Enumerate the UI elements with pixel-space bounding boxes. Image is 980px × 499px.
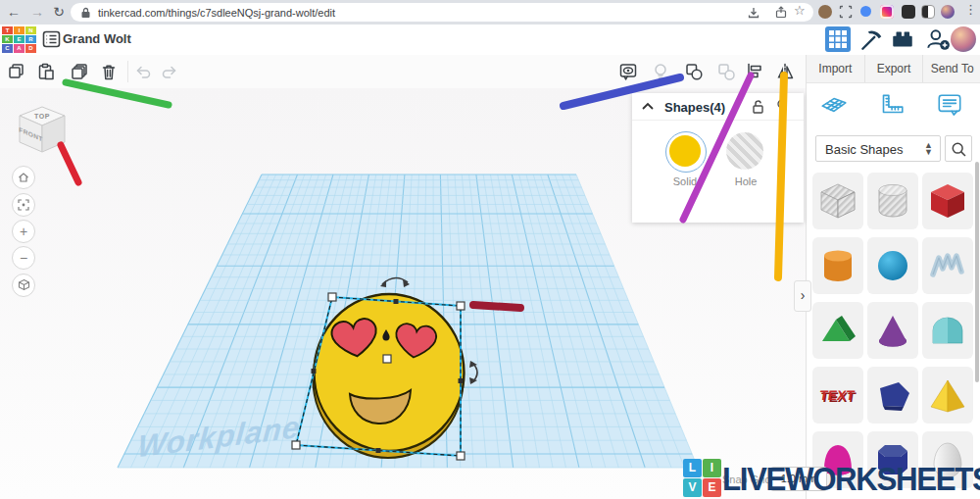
ruler-tool-button[interactable] (876, 92, 909, 125)
hole-swatch[interactable] (726, 132, 763, 170)
minecraft-pickaxe-icon[interactable] (858, 26, 884, 52)
extension-camera-icon[interactable] (880, 5, 894, 19)
shape-cylinder[interactable] (812, 237, 863, 294)
search-shapes-button[interactable] (945, 135, 972, 162)
save-page-icon[interactable] (747, 6, 760, 20)
copy-button[interactable] (7, 62, 26, 81)
sidebar-collapse-handle[interactable]: › (794, 280, 811, 312)
tinkercad-logo[interactable]: T I N K E R C A D (2, 26, 37, 53)
shape-box[interactable] (922, 173, 973, 229)
redo-button[interactable] (160, 62, 179, 81)
logo-tile: I (14, 26, 24, 34)
sidebar-scrollbar[interactable] (975, 162, 979, 382)
category-value: Basic Shapes (825, 142, 904, 157)
mid-handle-bottom[interactable] (376, 448, 381, 453)
logo-tile: C (2, 44, 13, 52)
mid-handle-right[interactable] (459, 378, 464, 383)
solid-swatch[interactable] (665, 131, 707, 173)
browser-menu-icon[interactable]: ⋮ (964, 2, 977, 17)
delete-button[interactable] (99, 62, 119, 81)
notes-tool-button[interactable] (935, 92, 968, 125)
browser-forward-icon[interactable]: → (27, 1, 47, 23)
shape-sphere[interactable] (867, 237, 918, 294)
extension-capture-icon[interactable] (839, 5, 853, 19)
shape-scribble[interactable] (922, 237, 973, 294)
flip-mirror-button[interactable] (775, 62, 795, 81)
svg-text:TEXT: TEXT (818, 388, 856, 404)
solid-swatch-color (669, 135, 701, 167)
inspector-header: Shapes(4) (632, 93, 804, 121)
browser-back-icon[interactable]: ← (4, 1, 24, 23)
ungroup-button[interactable] (716, 62, 736, 81)
export-button[interactable]: Export (865, 55, 924, 82)
zoom-out-button[interactable]: − (12, 246, 35, 270)
shape-text[interactable]: TEXTTEXT (812, 367, 863, 424)
home-view-button[interactable] (12, 166, 35, 189)
hide-bulb-icon[interactable] (776, 99, 788, 114)
logo-tile: E (14, 35, 24, 43)
light-bulb-button[interactable] (651, 62, 670, 81)
corner-handle-tr[interactable] (457, 302, 465, 310)
design-menu-icon[interactable] (42, 30, 61, 48)
group-button[interactable] (684, 62, 704, 81)
corner-handle-br[interactable] (457, 452, 465, 460)
import-button[interactable]: Import (807, 55, 865, 82)
show-all-button[interactable] (618, 62, 638, 81)
emoji-shape[interactable] (314, 294, 465, 458)
mid-handle-left[interactable] (312, 369, 317, 374)
corner-handle-tl[interactable] (328, 293, 336, 301)
zoom-in-button[interactable]: + (12, 220, 35, 243)
duplicate-button[interactable] (70, 62, 89, 81)
shape-pyramid[interactable] (922, 367, 973, 424)
tinkercad-app: ← → ↻ tinkercad.com/things/c7sdleeNQsj-g… (0, 0, 980, 499)
sidebar-actions: Import Export Send To (807, 55, 980, 83)
invite-person-icon[interactable] (925, 26, 951, 52)
workplane-tool-button[interactable] (819, 92, 853, 125)
inspector-title: Shapes(4) (664, 100, 725, 115)
collapse-panel-icon[interactable] (642, 102, 654, 110)
shape-box-hole[interactable] (812, 173, 863, 229)
shape-cylinder-hole[interactable] (867, 173, 918, 229)
mid-handle-top[interactable] (394, 299, 399, 304)
send-to-button[interactable]: Send To (923, 55, 980, 82)
app-header: T I N K E R C A D Grand Wolt (0, 25, 980, 56)
solid-label: Solid (656, 175, 714, 187)
lock-icon (80, 7, 91, 19)
logo-tile: D (25, 44, 36, 52)
lock-open-icon[interactable] (752, 100, 764, 114)
shape-round-roof[interactable] (922, 302, 973, 359)
logo-tile: A (14, 44, 24, 52)
shape-category-select[interactable]: Basic Shapes ▲▼ (815, 135, 941, 162)
shape-polygon[interactable] (867, 367, 918, 424)
browser-reload-icon[interactable]: ↻ (49, 1, 69, 23)
paste-button[interactable] (36, 62, 56, 81)
logo-tile: L (683, 459, 702, 477)
address-bar[interactable]: tinkercad.com/things/c7sdleeNQsj-grand-w… (71, 3, 813, 22)
fit-view-button[interactable] (12, 193, 35, 217)
perspective-toggle-button[interactable] (12, 274, 35, 297)
user-avatar[interactable] (951, 26, 976, 52)
shape-cone[interactable] (867, 302, 918, 359)
logo-tile: I (703, 459, 721, 477)
shapes-sidebar: Import Export Send To Basic Shapes ▲▼ TE… (806, 55, 980, 499)
logo-tile: T (2, 26, 13, 34)
view-cube[interactable]: TOP FRONT (14, 101, 71, 160)
share-icon[interactable] (774, 6, 788, 20)
height-handle[interactable] (383, 355, 391, 363)
brick-build-icon[interactable] (890, 26, 915, 52)
align-button[interactable] (745, 62, 764, 81)
extension-blue-dot-icon[interactable] (860, 6, 871, 17)
logo-tile: R (25, 35, 36, 43)
undo-button[interactable] (133, 62, 153, 81)
toolbar-divider (127, 61, 128, 82)
design-title: Grand Wolt (63, 31, 131, 46)
dashboard-grid-button[interactable] (825, 26, 851, 52)
extension-puzzle-icon[interactable] (902, 5, 915, 19)
browser-profile-avatar[interactable] (941, 5, 955, 19)
view-cube-top-label[interactable]: TOP (34, 113, 50, 120)
bookmark-star-icon[interactable]: ☆ (794, 3, 806, 18)
logo-tile: E (703, 478, 721, 497)
extension-owl-icon[interactable] (818, 5, 832, 19)
extension-theme-icon[interactable] (921, 5, 935, 19)
shape-roof[interactable] (812, 302, 863, 359)
